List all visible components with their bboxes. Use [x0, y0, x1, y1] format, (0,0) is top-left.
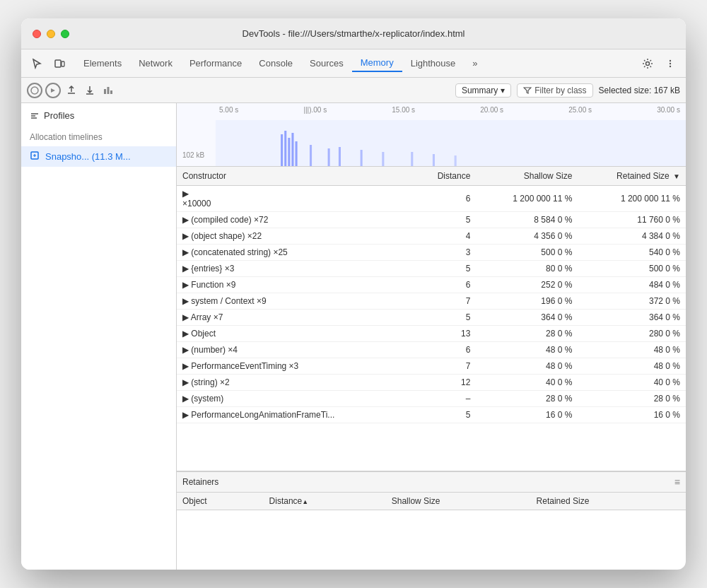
retainers-title: Retainers: [182, 477, 218, 487]
cell-distance: 5: [412, 407, 476, 423]
table-row[interactable]: ▶ Function ×9 6 252 0 % 484 0 %: [177, 277, 686, 293]
cell-distance: –: [412, 391, 476, 407]
cursor-icon[interactable]: [27, 54, 47, 74]
col-shallow[interactable]: Shallow Size: [476, 167, 578, 186]
tab-lighthouse[interactable]: Lighthouse: [402, 55, 464, 71]
upload-icon[interactable]: [64, 83, 79, 98]
tab-more[interactable]: »: [464, 55, 486, 71]
table-row[interactable]: ▶ ×10000 6 1 200 000 11 % 1 200 000 11 %: [177, 186, 686, 212]
svg-rect-24: [455, 155, 457, 166]
cell-constructor: ▶ (number) ×4: [177, 342, 412, 358]
col-distance[interactable]: Distance: [412, 167, 476, 186]
table-row[interactable]: ▶ Array ×7 5 364 0 % 364 0 %: [177, 310, 686, 326]
toolbar2-left: [27, 83, 116, 98]
retainers-menu-icon[interactable]: ≡: [674, 476, 680, 488]
table-row[interactable]: ▶ (concatenated string) ×25 3 500 0 % 54…: [177, 245, 686, 261]
download-icon[interactable]: [82, 83, 98, 98]
summary-dropdown[interactable]: Summary ▾: [455, 83, 511, 98]
tab-memory[interactable]: Memory: [352, 54, 402, 72]
cell-distance: 5: [412, 261, 476, 277]
cell-constructor: ▶ Function ×9: [177, 277, 412, 293]
more-options-icon[interactable]: [660, 54, 680, 74]
sidebar-profiles-header: Profiles: [21, 103, 176, 128]
ret-col-object[interactable]: Object: [177, 493, 264, 510]
retainers-table: Object Distance Shallow Size Retained Si…: [177, 493, 686, 553]
tab-network[interactable]: Network: [130, 55, 181, 71]
heap-table-container[interactable]: Constructor Distance Shallow Size Retain…: [177, 167, 686, 471]
svg-point-6: [31, 87, 38, 94]
maximize-button[interactable]: [61, 30, 69, 38]
cell-distance: 3: [412, 245, 476, 261]
secondary-toolbar: Summary ▾ Filter by class Selected size:…: [21, 78, 686, 103]
cell-distance: 4: [412, 228, 476, 245]
cell-shallow: 28 0 %: [476, 326, 578, 342]
tab-console[interactable]: Console: [250, 55, 301, 71]
tab-performance[interactable]: Performance: [181, 55, 250, 71]
cell-distance: 6: [412, 186, 476, 212]
svg-rect-18: [328, 148, 330, 166]
cell-shallow: 28 0 %: [476, 391, 578, 407]
tab-elements[interactable]: Elements: [75, 55, 130, 71]
cell-retained: 48 0 %: [578, 358, 686, 375]
snapshot-icon: [30, 151, 40, 163]
cell-shallow: 500 0 %: [476, 245, 578, 261]
table-row[interactable]: ▶ Object 13 28 0 % 280 0 %: [177, 326, 686, 342]
close-button[interactable]: [33, 30, 41, 38]
ret-col-retained[interactable]: Retained Size: [531, 493, 686, 510]
svg-rect-21: [382, 152, 384, 166]
cell-retained: 16 0 %: [578, 407, 686, 423]
cell-retained: 280 0 %: [578, 326, 686, 342]
cell-retained: 11 760 0 %: [578, 212, 686, 228]
stop-button[interactable]: [45, 83, 61, 98]
selected-size: Selected size: 167 kB: [599, 86, 680, 95]
timeline-label-2: 15.00 s: [392, 106, 415, 114]
stats-icon[interactable]: [100, 83, 116, 98]
cell-constructor: ▶ (string) ×2: [177, 375, 412, 391]
svg-point-2: [646, 61, 650, 65]
device-toggle-icon[interactable]: [49, 54, 69, 74]
tab-list: Elements Network Performance Console Sou…: [75, 54, 486, 72]
cell-distance: 7: [412, 358, 476, 375]
svg-rect-16: [296, 141, 298, 166]
summary-label: Summary: [462, 86, 498, 95]
minimize-button[interactable]: [47, 30, 55, 38]
devtools-window: DevTools - file:///Users/stmarthe/x-repl…: [21, 18, 686, 570]
cell-retained: 48 0 %: [578, 342, 686, 358]
cell-constructor: ▶ PerformanceLongAnimationFrameTi...: [177, 407, 412, 423]
table-row[interactable]: ▶ (compiled code) ×72 5 8 584 0 % 11 760…: [177, 212, 686, 228]
toolbar2-right: Summary ▾ Filter by class Selected size:…: [455, 83, 680, 98]
svg-point-3: [670, 59, 671, 61]
svg-rect-13: [284, 131, 286, 166]
table-row[interactable]: ▶ (string) ×2 12 40 0 % 40 0 %: [177, 375, 686, 391]
ret-col-shallow[interactable]: Shallow Size: [386, 493, 531, 510]
col-retained[interactable]: Retained Size ▼: [578, 167, 686, 186]
cell-distance: 13: [412, 326, 476, 342]
table-row[interactable]: ▶ PerformanceLongAnimationFrameTi... 5 1…: [177, 407, 686, 423]
table-row[interactable]: ▶ (number) ×4 6 48 0 % 48 0 %: [177, 342, 686, 358]
sidebar-item-snapshot[interactable]: Snapsho... (11.3 M...: [21, 146, 176, 167]
timeline-chart: 5.00 s |||).00 s 15.00 s 20.00 s 25.00 s…: [177, 103, 686, 167]
cell-retained: 540 0 %: [578, 245, 686, 261]
ret-col-distance[interactable]: Distance: [264, 493, 386, 510]
table-row[interactable]: ▶ PerformanceEventTiming ×3 7 48 0 % 48 …: [177, 358, 686, 375]
tab-sources[interactable]: Sources: [301, 55, 352, 71]
table-row[interactable]: ▶ (system) – 28 0 % 28 0 %: [177, 391, 686, 407]
main-toolbar: Elements Network Performance Console Sou…: [21, 49, 686, 78]
cell-shallow: 8 584 0 %: [476, 212, 578, 228]
table-row[interactable]: ▶ system / Context ×9 7 196 0 % 372 0 %: [177, 293, 686, 310]
svg-rect-17: [310, 145, 312, 166]
col-constructor[interactable]: Constructor: [177, 167, 412, 186]
traffic-lights: [33, 30, 69, 38]
settings-icon[interactable]: [638, 54, 658, 74]
filter-button[interactable]: Filter by class: [517, 83, 592, 98]
cell-retained: 40 0 %: [578, 375, 686, 391]
record-button[interactable]: [27, 83, 42, 98]
cell-shallow: 48 0 %: [476, 342, 578, 358]
svg-rect-9: [110, 90, 112, 94]
cell-distance: 6: [412, 342, 476, 358]
table-row[interactable]: ▶ (object shape) ×22 4 4 356 0 % 4 384 0…: [177, 228, 686, 245]
cell-retained: 1 200 000 11 %: [578, 186, 686, 212]
table-row[interactable]: ▶ {entries} ×3 5 80 0 % 500 0 %: [177, 261, 686, 277]
cell-retained: 364 0 %: [578, 310, 686, 326]
svg-rect-23: [433, 154, 435, 166]
